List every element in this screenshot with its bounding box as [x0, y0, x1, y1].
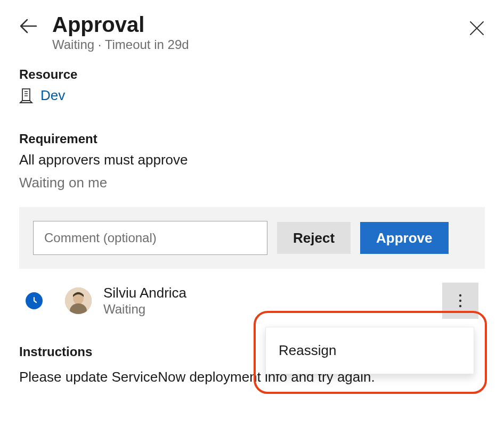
svg-point-8 — [459, 294, 461, 296]
waiting-on-me: Waiting on me — [19, 175, 485, 191]
close-button[interactable] — [469, 20, 485, 38]
svg-rect-0 — [22, 89, 30, 101]
reject-button[interactable]: Reject — [277, 222, 351, 254]
resource-heading: Resource — [19, 67, 485, 82]
resource-link[interactable]: Dev — [40, 87, 65, 104]
svg-point-9 — [459, 300, 461, 302]
page-subtitle: Waiting · Timeout in 29d — [52, 37, 469, 52]
more-options-button[interactable] — [442, 283, 478, 319]
page-title: Approval — [52, 13, 469, 36]
approver-row: Silviu Andrica Waiting — [19, 278, 485, 323]
svg-point-10 — [459, 305, 461, 307]
server-icon — [19, 88, 33, 104]
action-bar: Reject Approve — [19, 207, 485, 269]
approve-button[interactable]: Approve — [360, 222, 448, 254]
avatar — [65, 287, 92, 314]
requirement-text: All approvers must approve — [19, 152, 485, 168]
requirement-heading: Requirement — [19, 131, 485, 146]
back-button[interactable] — [19, 18, 37, 36]
reassign-menu-item[interactable]: Reassign — [279, 342, 461, 359]
context-menu: Reassign — [265, 327, 474, 374]
approver-status: Waiting — [103, 302, 442, 317]
comment-input[interactable] — [33, 221, 267, 255]
clock-icon — [26, 292, 43, 309]
approver-name: Silviu Andrica — [103, 285, 442, 301]
